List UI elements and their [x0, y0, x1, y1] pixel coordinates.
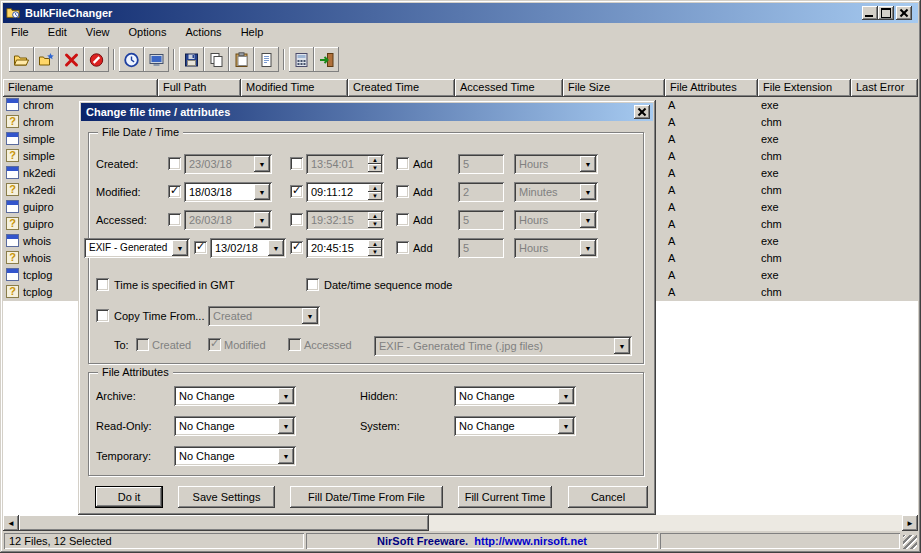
paste-button[interactable] — [229, 47, 254, 72]
to-modified-checkbox[interactable] — [208, 338, 221, 351]
stop-button[interactable] — [84, 47, 109, 72]
spin-up-icon[interactable] — [368, 184, 382, 192]
horizontal-scrollbar[interactable] — [3, 515, 918, 531]
spin-up-icon[interactable] — [368, 212, 382, 220]
column-header-created-time[interactable]: Created Time — [348, 79, 455, 97]
scroll-left-arrow-icon[interactable] — [3, 515, 19, 531]
spin-up-icon[interactable] — [368, 156, 382, 164]
exit-button[interactable] — [314, 47, 339, 72]
archive-select[interactable]: No Change — [174, 386, 296, 406]
column-header-file-size[interactable]: File Size — [563, 79, 665, 97]
column-header-full-path[interactable]: Full Path — [158, 79, 241, 97]
exif-date-picker[interactable]: 13/02/18 — [210, 238, 286, 258]
spin-down-icon[interactable] — [368, 192, 382, 200]
properties-button[interactable] — [254, 47, 279, 72]
accessed-add-checkbox[interactable] — [396, 213, 409, 226]
exif-add-value-field[interactable]: 5 — [458, 238, 504, 258]
dropdown-arrow-icon[interactable] — [580, 156, 596, 172]
dropdown-arrow-icon[interactable] — [302, 308, 318, 324]
exif-add-unit-select[interactable]: Hours — [514, 238, 598, 258]
add-files-button[interactable] — [34, 47, 59, 72]
spin-up-icon[interactable] — [368, 240, 382, 248]
maximize-button[interactable] — [878, 6, 894, 20]
sequence-mode-checkbox[interactable] — [306, 278, 319, 291]
column-header-last-error[interactable]: Last Error — [851, 79, 918, 97]
dropdown-arrow-icon[interactable] — [254, 184, 270, 200]
modified-add-unit-select[interactable]: Minutes — [514, 182, 598, 202]
copy-button[interactable] — [204, 47, 229, 72]
exif-add-checkbox[interactable] — [396, 241, 409, 254]
temporary-select[interactable]: No Change — [174, 446, 296, 466]
to-created-checkbox[interactable] — [136, 338, 149, 351]
close-button[interactable] — [896, 6, 912, 20]
dropdown-arrow-icon[interactable] — [580, 240, 596, 256]
menu-help[interactable]: Help — [233, 23, 272, 40]
dropdown-arrow-icon[interactable] — [558, 388, 574, 404]
menu-options[interactable]: Options — [121, 23, 175, 40]
exif-time-field[interactable]: 20:45:15 — [306, 238, 384, 258]
modified-date-picker[interactable]: 18/03/18 — [184, 182, 272, 202]
accessed-add-value-field[interactable]: 5 — [458, 210, 504, 230]
created-add-checkbox[interactable] — [396, 157, 409, 170]
copy-time-checkbox[interactable] — [96, 309, 109, 322]
dropdown-arrow-icon[interactable] — [278, 418, 294, 434]
cancel-button[interactable]: Cancel — [568, 486, 648, 508]
dropdown-arrow-icon[interactable] — [254, 212, 270, 228]
fill-current-time-button[interactable]: Fill Current Time — [458, 486, 552, 508]
modified-add-value-field[interactable]: 2 — [458, 182, 504, 202]
do-it-button[interactable]: Do it — [95, 486, 163, 508]
dropdown-arrow-icon[interactable] — [558, 418, 574, 434]
created-add-unit-select[interactable]: Hours — [514, 154, 598, 174]
column-header-accessed-time[interactable]: Accessed Time — [455, 79, 563, 97]
menu-edit[interactable]: Edit — [40, 23, 75, 40]
dropdown-arrow-icon[interactable] — [278, 448, 294, 464]
dropdown-arrow-icon[interactable] — [580, 212, 596, 228]
dropdown-arrow-icon[interactable] — [172, 240, 188, 256]
exif-type-select[interactable]: EXIF - Generated — [84, 238, 190, 258]
created-add-value-field[interactable]: 5 — [458, 154, 504, 174]
save-settings-button[interactable]: Save Settings — [178, 486, 275, 508]
resize-grip[interactable] — [903, 535, 917, 549]
accessed-date-picker[interactable]: 26/03/18 — [184, 210, 272, 230]
readonly-select[interactable]: No Change — [174, 416, 296, 436]
dropdown-arrow-icon[interactable] — [268, 240, 284, 256]
title-bar[interactable]: BulkFileChanger — [3, 3, 918, 23]
column-header-file-extension[interactable]: File Extension — [758, 79, 851, 97]
accessed-time-field[interactable]: 19:32:15 — [306, 210, 384, 230]
accessed-date-checkbox[interactable] — [168, 213, 181, 226]
modified-date-checkbox[interactable] — [168, 185, 181, 198]
exif-date-checkbox[interactable] — [194, 241, 207, 254]
dropdown-arrow-icon[interactable] — [254, 156, 270, 172]
hidden-select[interactable]: No Change — [454, 386, 576, 406]
accessed-add-unit-select[interactable]: Hours — [514, 210, 598, 230]
accessed-time-checkbox[interactable] — [290, 213, 303, 226]
dialog-close-button[interactable] — [634, 105, 650, 119]
column-header-modified-time[interactable]: Modified Time — [241, 79, 348, 97]
copy-time-source-select[interactable]: Created — [208, 306, 320, 326]
scroll-right-arrow-icon[interactable] — [902, 515, 918, 531]
dropdown-arrow-icon[interactable] — [580, 184, 596, 200]
dialog-title-bar[interactable]: Change file time / attributes — [81, 103, 653, 121]
modified-add-checkbox[interactable] — [396, 185, 409, 198]
gmt-checkbox[interactable] — [96, 278, 109, 291]
system-select[interactable]: No Change — [454, 416, 576, 436]
modified-time-checkbox[interactable] — [290, 185, 303, 198]
advanced-options-button[interactable] — [289, 47, 314, 72]
column-header-filename[interactable]: Filename — [3, 79, 158, 97]
spin-down-icon[interactable] — [368, 220, 382, 228]
to-destination-select[interactable]: EXIF - Generated Time (.jpg files) — [374, 336, 632, 356]
fill-from-file-button[interactable]: Fill Date/Time From File — [290, 486, 443, 508]
dropdown-arrow-icon[interactable] — [278, 388, 294, 404]
menu-actions[interactable]: Actions — [178, 23, 230, 40]
modified-time-field[interactable]: 09:11:12 — [306, 182, 384, 202]
menu-view[interactable]: View — [78, 23, 118, 40]
minimize-button[interactable] — [862, 6, 878, 20]
to-accessed-checkbox[interactable] — [288, 338, 301, 351]
spin-down-icon[interactable] — [368, 164, 382, 172]
save-button[interactable] — [179, 47, 204, 72]
created-date-checkbox[interactable] — [168, 157, 181, 170]
remove-files-button[interactable] — [59, 47, 84, 72]
scrollbar-thumb[interactable] — [19, 515, 429, 531]
view-display-button[interactable] — [144, 47, 169, 72]
created-date-picker[interactable]: 23/03/18 — [184, 154, 272, 174]
